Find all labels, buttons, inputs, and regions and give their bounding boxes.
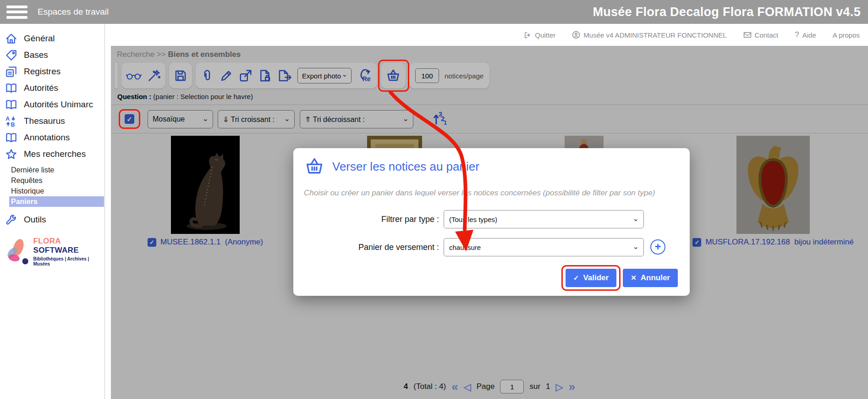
plus-icon: +	[654, 241, 661, 252]
sidebar-item-autorites-unimarc[interactable]: Autorités Unimarc	[0, 96, 104, 113]
sidebar-item-thesaurus[interactable]: AB Thesaurus	[0, 113, 104, 129]
logout-icon	[524, 31, 532, 39]
envelope-icon	[743, 31, 752, 39]
valider-button[interactable]: ✓ Valider	[566, 269, 616, 287]
sidebar-subitem-paniers[interactable]: Paniers	[9, 196, 104, 207]
home-icon	[4, 32, 18, 45]
brand-flora: FLORA	[33, 237, 60, 245]
aide-link[interactable]: ? Aide	[795, 30, 816, 39]
ab-sort-icon: AB	[4, 114, 18, 128]
star-icon	[4, 147, 18, 161]
user-icon	[572, 31, 580, 39]
cross-icon: ✕	[631, 274, 637, 282]
tag-icon	[4, 48, 18, 62]
modal-title: Verser les notices au panier	[332, 160, 479, 174]
sidebar: Général Bases Registres Autorités Autori…	[0, 24, 105, 399]
apropos-link[interactable]: A propos	[833, 31, 860, 39]
current-user[interactable]: Musée v4 ADMINISTRATEUR FONCTIONNEL	[572, 31, 726, 39]
registers-icon	[4, 65, 18, 78]
basket-icon	[303, 156, 325, 177]
contact-link[interactable]: Contact	[743, 31, 779, 39]
flora-software-logo: FLORA SOFTWARE Bibliothèques | Archives …	[0, 236, 104, 266]
app-title: Musée Flora Decalog Flora FORMATION v4.5	[593, 5, 868, 19]
question-mark-icon: ?	[795, 30, 799, 39]
chevron-down-icon: ⌄	[633, 214, 639, 223]
annuler-button[interactable]: ✕ Annuler	[623, 269, 678, 287]
filter-type-label: Filtrer par type :	[293, 210, 439, 228]
sidebar-item-annotations[interactable]: Annotations	[0, 129, 104, 146]
wrench-icon	[4, 213, 18, 227]
workspaces-label[interactable]: Espaces de travail	[38, 7, 109, 17]
sidebar-item-general[interactable]: Général	[0, 30, 104, 47]
sidebar-subitem-derniere-liste[interactable]: Dernière liste	[0, 165, 104, 175]
book-icon	[4, 131, 18, 144]
chevron-down-icon: ⌄	[633, 242, 639, 251]
check-icon: ✓	[573, 274, 579, 282]
sidebar-item-registres[interactable]: Registres	[0, 63, 104, 80]
svg-text:B: B	[11, 121, 15, 127]
sidebar-item-outils[interactable]: Outils	[0, 211, 104, 228]
modal-subtitle: Choisir ou créer un panier dans lequel v…	[304, 188, 655, 198]
sidebar-item-mes-recherches[interactable]: Mes recherches	[0, 146, 104, 162]
filter-type-select[interactable]: (Tous les types) ⌄	[444, 210, 644, 228]
book-icon	[4, 98, 18, 111]
book-icon	[4, 81, 18, 95]
sidebar-item-bases[interactable]: Bases	[0, 47, 104, 63]
user-links-bar: Quitter Musée v4 ADMINISTRATEUR FONCTION…	[105, 24, 868, 46]
svg-text:A: A	[5, 116, 10, 122]
quitter-link[interactable]: Quitter	[524, 31, 555, 39]
brand-software: SOFTWARE	[33, 246, 79, 255]
sidebar-subitem-historique[interactable]: Historique	[0, 186, 104, 196]
flora-petals-icon	[3, 236, 30, 266]
create-basket-button[interactable]: +	[650, 239, 665, 255]
brand-tagline: Bibliothèques | Archives | Musées	[33, 256, 104, 266]
sidebar-subitem-requetes[interactable]: Requêtes	[0, 175, 104, 186]
hamburger-menu-icon[interactable]	[6, 6, 27, 19]
sidebar-item-autorites[interactable]: Autorités	[0, 80, 104, 96]
verser-notices-modal: Verser les notices au panier Choisir ou …	[293, 148, 690, 296]
top-bar: Espaces de travail Musée Flora Decalog F…	[0, 0, 868, 24]
target-basket-select[interactable]: chaussure ⌄	[444, 238, 644, 256]
target-basket-label: Panier de versement :	[293, 238, 439, 256]
